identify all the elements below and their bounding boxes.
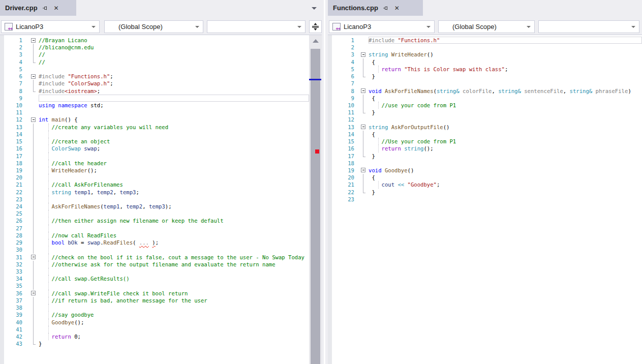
code-text[interactable]: { (369, 174, 642, 181)
code-line[interactable]: 42 return 0; (0, 333, 309, 340)
fold-collapse-button[interactable] (360, 87, 366, 95)
code-line[interactable]: 14 (0, 131, 309, 138)
code-line[interactable]: 9 (0, 95, 309, 102)
code-text[interactable]: } (369, 73, 642, 80)
code-text[interactable]: //create any variables you will need (39, 124, 309, 131)
code-text[interactable]: return 0; (39, 333, 309, 340)
code-line[interactable]: 28 //now call ReadFiles (0, 232, 309, 239)
code-line[interactable]: 14 { (328, 131, 642, 138)
code-text[interactable]: using namespace std; (39, 102, 309, 109)
code-line[interactable]: 13 //create any variables you will need (0, 124, 309, 131)
code-line[interactable]: 31 //check on the bool if it is false, c… (0, 254, 309, 261)
code-line[interactable]: 7 (328, 80, 642, 87)
code-text[interactable]: WriteHeader(); (39, 167, 309, 174)
code-line[interactable]: 26 //then either assign new filename or … (0, 217, 309, 224)
code-text[interactable] (39, 131, 309, 138)
code-text[interactable]: //now call ReadFiles (39, 232, 309, 239)
code-line[interactable]: 35 (0, 282, 309, 289)
code-text[interactable]: //Brayan Licano (39, 37, 309, 44)
code-text[interactable]: //otherwise ask for the output filename … (39, 261, 309, 268)
code-text[interactable]: } (39, 340, 309, 347)
code-line[interactable]: 25 (0, 210, 309, 217)
code-text[interactable]: { (369, 58, 642, 66)
code-text[interactable]: AskForFileNames(temp1, temp2, temp3); (39, 203, 309, 210)
code-line[interactable]: 32 //otherwise ask for the output filena… (0, 261, 309, 268)
code-text[interactable] (39, 246, 309, 253)
close-icon[interactable]: ✕ (393, 5, 401, 12)
code-line[interactable]: 27 (0, 225, 309, 232)
code-text[interactable]: #include<iostream>; (39, 87, 309, 95)
code-line[interactable]: 6 } (328, 73, 642, 80)
code-line[interactable]: 23 (0, 196, 309, 203)
code-text[interactable]: //then either assign new filename or kee… (39, 217, 309, 224)
code-line[interactable]: 21 //call AskForFilenames (0, 181, 309, 188)
code-text[interactable]: cout << "Goodbye"; (369, 181, 642, 188)
code-line[interactable]: 29 bool bOk = swap.ReadFiles( ... ); (0, 239, 309, 246)
scrollbar-thumb[interactable] (311, 49, 320, 364)
code-text[interactable] (369, 80, 642, 87)
pin-icon[interactable] (42, 5, 48, 11)
code-text[interactable]: string temp1, temp2, temp3; (39, 189, 309, 196)
code-line[interactable]: 39 //say goodbye (0, 311, 309, 318)
code-text[interactable]: //Use your code from P1 (369, 138, 642, 145)
code-line[interactable]: 16 ColorSwap swap; (0, 145, 309, 152)
fold-collapse-button[interactable] (360, 51, 366, 58)
code-line[interactable]: 5 return "This is Color swap with class"… (328, 66, 642, 73)
code-line[interactable]: 15 //Use your code from P1 (328, 138, 642, 145)
code-line[interactable]: 15 //create an object (0, 138, 309, 145)
code-text[interactable]: Goodbye(); (39, 319, 309, 326)
code-line[interactable]: 37 //if return is bad, another message f… (0, 297, 309, 304)
fold-collapse-button[interactable] (30, 290, 37, 297)
code-text[interactable]: #include "ColorSwap.h"; (39, 80, 309, 87)
member-combobox[interactable] (538, 20, 639, 33)
code-text[interactable]: } (369, 153, 642, 160)
code-line[interactable]: 17 } (328, 153, 642, 160)
split-window-button[interactable] (309, 20, 322, 33)
code-line[interactable]: 5 (0, 66, 309, 73)
code-text[interactable]: void AskForFileNames(string& colorFile, … (369, 87, 642, 95)
code-text[interactable] (39, 225, 309, 232)
code-text[interactable]: return "This is Color swap with class"; (369, 66, 642, 73)
project-combobox[interactable]: LicanoP3 (329, 20, 435, 33)
code-line[interactable]: 19void Goodbye() (328, 167, 642, 174)
current-line[interactable]: #include "Functions.h" (369, 37, 642, 44)
code-line[interactable]: 18 (328, 160, 642, 167)
code-text[interactable] (39, 196, 309, 203)
code-line[interactable]: 2//blicano@cnm.edu (0, 44, 309, 51)
document-dropdown-icon[interactable] (312, 7, 317, 10)
pin-icon[interactable] (383, 5, 389, 11)
code-line[interactable]: 38 (0, 304, 309, 311)
code-editor[interactable]: 1#include "Functions.h"23string WriteHea… (328, 35, 642, 364)
code-line[interactable]: 12int main() { (0, 116, 309, 123)
code-text[interactable]: } (369, 189, 642, 196)
code-line[interactable]: 20 (0, 174, 309, 181)
scope-combobox[interactable]: (Global Scope) (438, 20, 535, 33)
code-editor[interactable]: 1//Brayan Licano2//blicano@cnm.edu3//4//… (0, 35, 309, 364)
tab-driver-cpp[interactable]: Driver.cpp ✕ (0, 0, 76, 16)
code-line[interactable]: 9 { (328, 95, 642, 102)
code-line[interactable]: 1#include "Functions.h" (328, 37, 642, 44)
code-line[interactable]: 2 (328, 44, 642, 51)
code-line[interactable]: 16 return string(); (328, 145, 642, 152)
code-line[interactable]: 6#include "Functions.h"; (0, 73, 309, 80)
scroll-up-arrow-icon[interactable] (309, 37, 322, 44)
code-text[interactable] (39, 268, 309, 275)
code-line[interactable]: 3// (0, 51, 309, 58)
code-text[interactable] (369, 160, 642, 167)
code-text[interactable]: //call AskForFilenames (39, 181, 309, 188)
code-line[interactable]: 23 (328, 196, 642, 203)
code-text[interactable]: // (39, 51, 309, 58)
code-line[interactable]: 13string AskForOutputFile() (328, 124, 642, 131)
code-line[interactable]: 24 AskForFileNames(temp1, temp2, temp3); (0, 203, 309, 210)
code-text[interactable]: //call swap.GetResults() (39, 275, 309, 282)
fold-collapse-button[interactable] (360, 167, 366, 174)
code-line[interactable]: 21 cout << "Goodbye"; (328, 181, 642, 188)
code-line[interactable]: 7#include "ColorSwap.h"; (0, 80, 309, 87)
fold-collapse-button[interactable] (360, 124, 366, 131)
code-line[interactable]: 19 WriteHeader(); (0, 167, 309, 174)
code-line[interactable]: 20 { (328, 174, 642, 181)
code-line[interactable]: 10using namespace std; (0, 102, 309, 109)
tab-functions-cpp[interactable]: Functions.cpp ✕ (328, 0, 423, 16)
code-text[interactable] (39, 326, 309, 333)
code-line[interactable]: 11 } (328, 109, 642, 116)
